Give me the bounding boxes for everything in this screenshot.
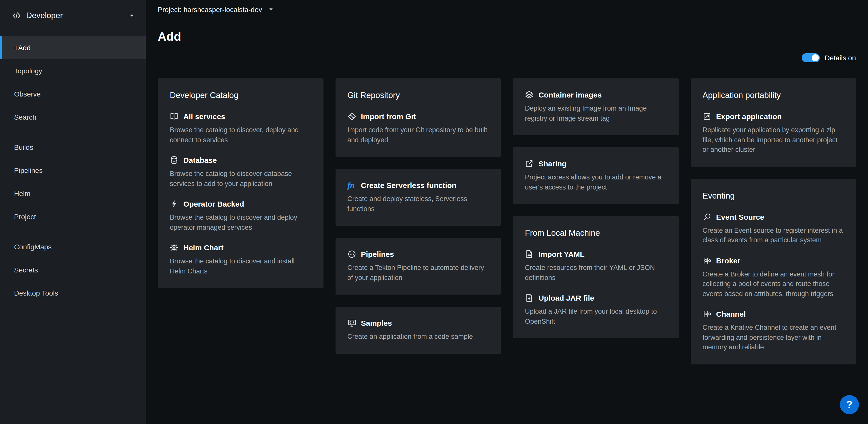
item-description: Create and deploy stateless, Serverless …: [347, 194, 489, 214]
quick-starts-icon[interactable]: [158, 52, 169, 64]
item-description: Create an application from a code sample: [347, 332, 489, 342]
add-item-container-images[interactable]: Container imagesDeploy an existing Image…: [525, 90, 666, 123]
item-description: Browse the catalog to discover and insta…: [170, 256, 311, 276]
sidebar-item-builds[interactable]: Builds: [0, 136, 146, 159]
sidebar-item-helm[interactable]: Helm: [0, 182, 146, 205]
sidebar-item-label: Project: [14, 213, 36, 221]
sidebar-item-label: Helm: [14, 190, 30, 198]
chevron-down-icon: [268, 6, 274, 12]
details-toggle[interactable]: [801, 53, 819, 62]
sidebar-item-label: Observe: [14, 90, 41, 98]
page-header: Add Details on: [146, 19, 868, 65]
item-title-row: Sharing: [525, 159, 666, 168]
card-from-local-machine: From Local MachineImport YAMLCreate reso…: [513, 216, 678, 338]
app-root: Developer +AddTopologyObserveSearchBuild…: [0, 0, 868, 424]
item-title: Import YAML: [538, 250, 584, 258]
sidebar-nav-group: BuildsPipelinesHelmProject: [0, 136, 146, 228]
perspective-switcher[interactable]: Developer: [0, 0, 146, 31]
add-item-broker[interactable]: BrokerCreate a Broker to define an event…: [703, 256, 844, 299]
export-icon: [703, 112, 711, 121]
card-title: From Local Machine: [525, 228, 666, 238]
item-title: Helm Chart: [183, 243, 223, 252]
card-column: Container imagesDeploy an existing Image…: [513, 78, 678, 338]
item-description: Upload a JAR file from your local deskto…: [525, 307, 666, 326]
item-title: Channel: [716, 310, 746, 318]
item-description: Browse the catalog to discover and deplo…: [170, 213, 311, 232]
card-column: Application portabilityExport applicatio…: [690, 78, 856, 364]
item-title-row: Event Source: [703, 213, 844, 221]
sidebar-item-secrets[interactable]: Secrets: [0, 258, 146, 282]
item-description: Browse the catalog to discover database …: [170, 169, 311, 189]
helm-icon: [170, 243, 178, 252]
add-item-samples[interactable]: SamplesCreate an application from a code…: [347, 319, 489, 342]
item-description: Import code from your Git repository to …: [347, 125, 489, 145]
add-item-create-serverless-function[interactable]: fnCreate Serverless functionCreate and d…: [347, 181, 489, 214]
item-title-row: Operator Backed: [170, 200, 311, 208]
event-source-icon: [703, 213, 711, 221]
item-title-row: Container images: [525, 90, 666, 99]
add-item-import-from-git[interactable]: Import from GitImport code from your Git…: [347, 112, 489, 145]
sidebar-item-search[interactable]: Search: [0, 106, 146, 129]
project-selector-label: Project: harshcasper-localsta-dev: [158, 5, 262, 13]
add-item-sharing[interactable]: SharingProject access allows you to add …: [525, 159, 666, 192]
card-grid: Developer CatalogAll servicesBrowse the …: [146, 65, 868, 424]
add-item-channel[interactable]: ChannelCreate a Knative Channel to creat…: [703, 310, 844, 352]
item-title-row: Channel: [703, 310, 844, 318]
card-eventing: EventingEvent SourceCreate an Event sour…: [690, 179, 856, 364]
card-git-repository: Git RepositoryImport from GitImport code…: [335, 78, 501, 157]
container-icon: [525, 90, 533, 99]
add-item-upload-jar-file[interactable]: Upload JAR fileUpload a JAR file from yo…: [525, 293, 666, 326]
item-description: Deploy an existing Image from an Image r…: [525, 104, 666, 123]
sidebar-item-label: Pipelines: [14, 166, 43, 174]
add-item-all-services[interactable]: All servicesBrowse the catalog to discov…: [170, 112, 311, 145]
sidebar-item-project[interactable]: Project: [0, 205, 146, 228]
toggle-knob: [811, 54, 818, 61]
serverless-fn-icon: fn: [347, 181, 356, 190]
item-description: Create a Tekton Pipeline to automate del…: [347, 263, 489, 283]
card-samples: SamplesCreate an application from a code…: [335, 307, 501, 354]
item-title-row: Helm Chart: [170, 243, 311, 252]
add-item-database[interactable]: DatabaseBrowse the catalog to discover d…: [170, 156, 311, 189]
page-title: Add: [158, 29, 856, 44]
channel-icon: [703, 310, 711, 318]
sidebar-item-desktop-tools[interactable]: Desktop Tools: [0, 282, 146, 305]
sidebar-item-add[interactable]: +Add: [0, 36, 146, 59]
sidebar-item-topology[interactable]: Topology: [0, 59, 146, 82]
item-title-row: Import YAML: [525, 250, 666, 258]
item-description: Create a Knative Channel to create an ev…: [703, 323, 844, 352]
card-container-images: Container imagesDeploy an existing Image…: [513, 78, 678, 135]
sidebar-item-configmaps[interactable]: ConfigMaps: [0, 235, 146, 258]
item-description: Create an Event source to register inter…: [703, 225, 844, 245]
page-header-row: Details on: [158, 50, 856, 65]
card-create-serverless-function: fnCreate Serverless functionCreate and d…: [335, 169, 501, 226]
card-title: Developer Catalog: [170, 90, 311, 100]
sidebar-item-observe[interactable]: Observe: [0, 82, 146, 106]
item-title-row: Upload JAR file: [525, 293, 666, 302]
item-description: Replicate your application by exporting …: [703, 125, 844, 154]
item-title: Operator Backed: [183, 200, 244, 208]
item-title-row: Import from Git: [347, 112, 489, 121]
sidebar-item-label: Secrets: [14, 266, 38, 274]
add-item-helm-chart[interactable]: Helm ChartBrowse the catalog to discover…: [170, 243, 311, 276]
add-item-operator-backed[interactable]: Operator BackedBrowse the catalog to dis…: [170, 200, 311, 232]
card-title: Git Repository: [347, 90, 489, 100]
sidebar-nav-group: +AddTopologyObserveSearch: [0, 36, 146, 129]
item-title: Upload JAR file: [538, 293, 594, 302]
database-icon: [170, 156, 178, 164]
card-developer-catalog: Developer CatalogAll servicesBrowse the …: [158, 78, 323, 288]
add-item-import-yaml[interactable]: Import YAMLCreate resources from their Y…: [525, 250, 666, 283]
item-title: All services: [183, 112, 225, 121]
help-button[interactable]: ?: [840, 395, 859, 414]
add-item-pipelines[interactable]: PipelinesCreate a Tekton Pipeline to aut…: [347, 250, 489, 283]
yaml-icon: [525, 250, 533, 258]
add-item-event-source[interactable]: Event SourceCreate an Event source to re…: [703, 213, 844, 245]
add-item-export-application[interactable]: Export applicationReplicate your applica…: [703, 112, 844, 154]
sidebar-item-label: Desktop Tools: [14, 289, 58, 297]
broker-icon: [703, 256, 711, 265]
project-selector[interactable]: Project: harshcasper-localsta-dev: [146, 0, 868, 19]
card-column: Developer CatalogAll servicesBrowse the …: [158, 78, 323, 288]
sharing-icon: [525, 159, 533, 168]
item-description: Project access allows you to add or remo…: [525, 172, 666, 192]
sidebar: Developer +AddTopologyObserveSearchBuild…: [0, 0, 146, 424]
sidebar-item-pipelines[interactable]: Pipelines: [0, 159, 146, 182]
